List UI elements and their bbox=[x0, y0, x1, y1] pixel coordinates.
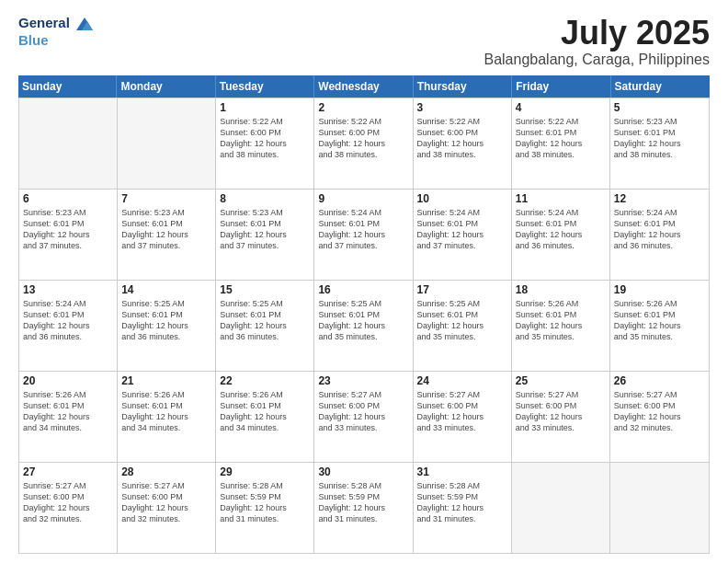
cell-info-line: Sunset: 5:59 PM bbox=[220, 491, 310, 502]
cell-info-line: and 38 minutes. bbox=[318, 149, 408, 160]
day-number: 12 bbox=[614, 192, 705, 205]
day-number: 17 bbox=[417, 283, 507, 296]
cell-info-line: and 36 minutes. bbox=[516, 240, 606, 251]
cell-info-line: Sunrise: 5:27 AM bbox=[417, 389, 507, 400]
cell-info-line: Sunset: 6:01 PM bbox=[614, 309, 705, 320]
day-number: 22 bbox=[220, 374, 310, 387]
cell-info-line: Sunrise: 5:27 AM bbox=[318, 389, 408, 400]
cell-info-line: Daylight: 12 hours bbox=[121, 229, 211, 240]
day-number: 9 bbox=[318, 192, 408, 205]
cell-info-line: Sunrise: 5:27 AM bbox=[23, 480, 113, 491]
cell-info-line: and 36 minutes. bbox=[220, 331, 310, 342]
calendar-cell: 18Sunrise: 5:26 AMSunset: 6:01 PMDayligh… bbox=[512, 281, 610, 371]
weekday-header: Saturday bbox=[611, 75, 710, 98]
calendar-cell: 8Sunrise: 5:23 AMSunset: 6:01 PMDaylight… bbox=[216, 190, 314, 280]
logo-icon bbox=[74, 16, 95, 32]
calendar-cell: 11Sunrise: 5:24 AMSunset: 6:01 PMDayligh… bbox=[512, 190, 610, 280]
calendar-cell: 26Sunrise: 5:27 AMSunset: 6:00 PMDayligh… bbox=[610, 372, 709, 462]
cell-info-line: Sunset: 6:01 PM bbox=[417, 309, 507, 320]
calendar-cell bbox=[610, 463, 709, 553]
cell-info-line: and 34 minutes. bbox=[121, 422, 211, 433]
calendar-cell: 2Sunrise: 5:22 AMSunset: 6:00 PMDaylight… bbox=[314, 98, 413, 189]
cell-info-line: Sunrise: 5:23 AM bbox=[220, 207, 310, 218]
calendar-header: SundayMondayTuesdayWednesdayThursdayFrid… bbox=[18, 75, 710, 98]
calendar: SundayMondayTuesdayWednesdayThursdayFrid… bbox=[18, 75, 710, 554]
cell-info-line: and 31 minutes. bbox=[220, 513, 310, 524]
cell-info-line: and 35 minutes. bbox=[614, 331, 705, 342]
day-number: 19 bbox=[614, 283, 705, 296]
day-number: 2 bbox=[318, 101, 408, 114]
calendar-cell bbox=[19, 98, 118, 189]
cell-info-line: and 33 minutes. bbox=[516, 422, 606, 433]
day-number: 4 bbox=[516, 101, 606, 114]
cell-info-line: and 37 minutes. bbox=[220, 240, 310, 251]
cell-info-line: and 37 minutes. bbox=[23, 240, 113, 251]
cell-info-line: Daylight: 12 hours bbox=[318, 320, 408, 331]
calendar-cell: 28Sunrise: 5:27 AMSunset: 6:00 PMDayligh… bbox=[118, 463, 216, 553]
cell-info-line: Sunrise: 5:23 AM bbox=[23, 207, 113, 218]
calendar-cell: 20Sunrise: 5:26 AMSunset: 6:01 PMDayligh… bbox=[19, 372, 118, 462]
cell-info-line: Sunrise: 5:25 AM bbox=[417, 298, 507, 309]
day-number: 23 bbox=[318, 374, 408, 387]
cell-info-line: Daylight: 12 hours bbox=[417, 320, 507, 331]
cell-info-line: Sunset: 6:00 PM bbox=[318, 127, 408, 138]
cell-info-line: Sunset: 6:01 PM bbox=[318, 309, 408, 320]
cell-info-line: Sunset: 6:00 PM bbox=[23, 491, 113, 502]
day-number: 13 bbox=[23, 283, 113, 296]
calendar-cell: 4Sunrise: 5:22 AMSunset: 6:01 PMDaylight… bbox=[512, 98, 610, 189]
calendar-cell: 16Sunrise: 5:25 AMSunset: 6:01 PMDayligh… bbox=[314, 281, 413, 371]
cell-info-line: Sunrise: 5:26 AM bbox=[516, 298, 606, 309]
day-number: 31 bbox=[417, 465, 507, 478]
cell-info-line: Sunset: 5:59 PM bbox=[318, 491, 408, 502]
day-number: 28 bbox=[121, 465, 211, 478]
cell-info-line: Sunrise: 5:28 AM bbox=[220, 480, 310, 491]
weekday-header: Thursday bbox=[414, 75, 512, 98]
cell-info-line: and 38 minutes. bbox=[516, 149, 606, 160]
logo: General Blue bbox=[18, 15, 95, 49]
weekday-header: Monday bbox=[117, 75, 215, 98]
cell-info-line: Daylight: 12 hours bbox=[220, 320, 310, 331]
day-number: 27 bbox=[23, 465, 113, 478]
cell-info-line: Sunset: 6:01 PM bbox=[220, 400, 310, 411]
cell-info-line: Sunset: 6:00 PM bbox=[417, 127, 507, 138]
cell-info-line: Daylight: 12 hours bbox=[417, 502, 507, 513]
cell-info-line: Sunrise: 5:25 AM bbox=[220, 298, 310, 309]
cell-info-line: Daylight: 12 hours bbox=[614, 411, 705, 422]
cell-info-line: Daylight: 12 hours bbox=[220, 502, 310, 513]
cell-info-line: Sunset: 6:00 PM bbox=[318, 400, 408, 411]
cell-info-line: Daylight: 12 hours bbox=[318, 502, 408, 513]
cell-info-line: Sunrise: 5:27 AM bbox=[614, 389, 705, 400]
cell-info-line: and 32 minutes. bbox=[614, 422, 705, 433]
cell-info-line: Daylight: 12 hours bbox=[614, 229, 705, 240]
cell-info-line: and 38 minutes. bbox=[220, 149, 310, 160]
logo-text: General Blue bbox=[18, 15, 95, 49]
cell-info-line: Sunset: 6:01 PM bbox=[614, 127, 705, 138]
calendar-cell: 5Sunrise: 5:23 AMSunset: 6:01 PMDaylight… bbox=[610, 98, 709, 189]
day-number: 30 bbox=[318, 465, 408, 478]
calendar-cell: 25Sunrise: 5:27 AMSunset: 6:00 PMDayligh… bbox=[512, 372, 610, 462]
cell-info-line: Daylight: 12 hours bbox=[516, 138, 606, 149]
day-number: 18 bbox=[516, 283, 606, 296]
day-number: 6 bbox=[23, 192, 113, 205]
cell-info-line: Daylight: 12 hours bbox=[516, 320, 606, 331]
cell-info-line: and 37 minutes. bbox=[121, 240, 211, 251]
cell-info-line: Sunrise: 5:28 AM bbox=[318, 480, 408, 491]
cell-info-line: Sunrise: 5:25 AM bbox=[318, 298, 408, 309]
cell-info-line: Sunset: 6:01 PM bbox=[220, 309, 310, 320]
cell-info-line: and 32 minutes. bbox=[121, 513, 211, 524]
cell-info-line: Daylight: 12 hours bbox=[220, 138, 310, 149]
month-title: July 2025 bbox=[483, 15, 710, 52]
cell-info-line: Sunrise: 5:22 AM bbox=[417, 116, 507, 127]
calendar-row: 1Sunrise: 5:22 AMSunset: 6:00 PMDaylight… bbox=[19, 98, 709, 189]
cell-info-line: Daylight: 12 hours bbox=[121, 411, 211, 422]
cell-info-line: and 37 minutes. bbox=[417, 240, 507, 251]
calendar-cell: 23Sunrise: 5:27 AMSunset: 6:00 PMDayligh… bbox=[314, 372, 413, 462]
cell-info-line: Sunset: 6:00 PM bbox=[417, 400, 507, 411]
cell-info-line: Sunset: 6:01 PM bbox=[23, 400, 113, 411]
cell-info-line: Sunrise: 5:28 AM bbox=[417, 480, 507, 491]
cell-info-line: Daylight: 12 hours bbox=[516, 411, 606, 422]
day-number: 10 bbox=[417, 192, 507, 205]
cell-info-line: and 38 minutes. bbox=[614, 149, 705, 160]
cell-info-line: Daylight: 12 hours bbox=[417, 411, 507, 422]
cell-info-line: and 31 minutes. bbox=[318, 513, 408, 524]
